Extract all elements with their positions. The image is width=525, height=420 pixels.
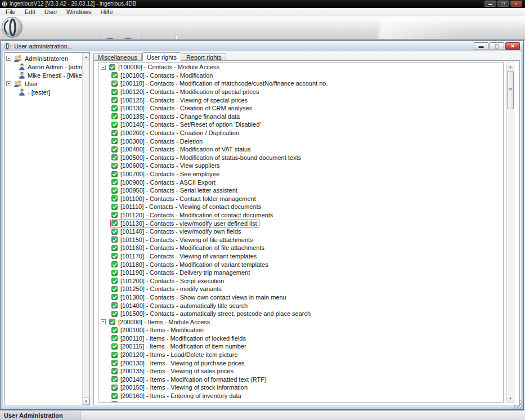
right-row[interactable]: [200120] - Items - Load/Delete item pict… [98,351,503,359]
checkbox-checked-icon[interactable] [111,294,118,300]
checkbox-checked-icon[interactable] [111,311,118,317]
menu-windows[interactable]: Windows [62,8,96,16]
checkbox-checked-icon[interactable] [109,64,115,70]
minimize-button[interactable]: ▬ [484,1,496,7]
checkbox-checked-icon[interactable] [111,343,118,350]
right-row[interactable]: [101170] - Contacts - Viewing of variant… [98,252,503,261]
right-row[interactable]: [200110] - Items - Modification of locke… [98,334,503,343]
tree-group-row[interactable]: Administratoren [5,54,82,62]
checkbox-checked-icon[interactable] [109,319,115,325]
right-row[interactable]: [101130] - Contacts - view/modify user d… [98,219,503,227]
checkbox-checked-icon[interactable] [111,81,118,87]
right-row[interactable]: [100300] - Contacts - Deletion [98,137,503,145]
tab-user-rights[interactable]: User rights [142,52,181,61]
scroll-up-icon[interactable]: ▲ [83,53,89,60]
right-row[interactable]: [100700] - Contacts - See employee [98,170,503,178]
right-row[interactable]: [100110] - Contacts - Modification of ma… [98,79,503,88]
right-row[interactable]: [101300] - Contacts - Show own contact v… [98,293,503,302]
right-row[interactable]: [101120] - Contacts - Modification of co… [98,211,503,220]
checkbox-checked-icon[interactable] [111,376,118,382]
checkbox-checked-icon[interactable] [111,278,118,284]
right-row[interactable]: [100130] - Contacts - Creation of CRM an… [98,104,503,113]
checkbox-checked-icon[interactable] [111,401,118,403]
dialog-maximize-button[interactable]: ▢ [490,42,504,50]
checkbox-checked-icon[interactable] [111,187,118,194]
dialog-titlebar[interactable]: User administration... ▬ ▢ ✕ [1,41,523,51]
right-row[interactable]: [200000] - Items - Module Access [98,318,503,326]
checkbox-checked-icon[interactable] [111,245,118,251]
right-row[interactable]: [101180] - Contacts - Modification of va… [98,260,503,269]
checkbox-checked-icon[interactable] [111,122,118,128]
checkbox-checked-icon[interactable] [111,335,118,341]
rights-scrollbar[interactable]: ▲ ▼ [506,62,514,403]
right-row[interactable]: [100400] - Contacts - Modification of VA… [98,145,503,154]
checkbox-checked-icon[interactable] [111,138,118,144]
right-row[interactable]: [101150] - Contacts - Viewing of file at… [98,235,503,244]
collapse-icon[interactable] [6,56,11,61]
right-row[interactable]: [100900] - Contacts - ASCII Export [98,178,503,186]
right-row[interactable]: [100140] - Contacts - Set/Reset of optio… [98,120,503,129]
right-row[interactable]: [101100] - Contacts - Contact folder man… [98,195,503,203]
right-row[interactable]: [100600] - Contacts - View suppliers [98,162,503,170]
dialog-minimize-button[interactable]: ▬ [474,42,488,50]
checkbox-checked-icon[interactable] [111,352,118,358]
checkbox-checked-icon[interactable] [111,229,118,235]
right-row[interactable]: [100100] - Contacts - Modification [98,72,503,80]
scroll-up-icon[interactable]: ▲ [507,63,514,70]
right-row[interactable]: [100125] - Contacts - Viewing of special… [98,96,503,104]
checkbox-checked-icon[interactable] [111,72,118,78]
dialog-close-button[interactable]: ✕ [505,42,520,50]
menu-file[interactable]: File [1,8,20,16]
right-row[interactable]: [101140] - Contacts - view/modify own fi… [98,227,503,236]
checkbox-checked-icon[interactable] [111,270,118,276]
checkbox-checked-icon[interactable] [111,220,118,226]
close-button[interactable]: ✕ [510,1,522,7]
app-logo-button[interactable] [1,16,23,38]
checkbox-checked-icon[interactable] [111,261,118,267]
checkbox-checked-icon[interactable] [111,385,118,391]
scrollbar-thumb[interactable] [507,71,514,109]
checkbox-checked-icon[interactable] [111,130,118,136]
checkbox-checked-icon[interactable] [111,286,118,292]
right-row[interactable]: [100500] - Contacts - Modification of st… [98,154,503,162]
right-row[interactable]: [101190] - Contacts - Delivery trip mana… [98,269,503,277]
collapse-icon[interactable] [6,81,11,86]
right-row[interactable]: [101200] - Contacts - Script execution [98,276,503,285]
checkbox-checked-icon[interactable] [111,195,118,202]
maximize-button[interactable]: ❐ [497,1,509,7]
tree-group-row[interactable]: User [5,79,82,88]
collapse-icon[interactable] [101,319,106,324]
checkbox-checked-icon[interactable] [111,302,118,309]
right-row[interactable]: [200160] - Items - Entering of inventory… [98,392,503,400]
tree-user-row[interactable]: Mike Ernesti - [Mike] [5,71,82,79]
scroll-down-icon[interactable]: ▼ [507,395,514,402]
tree-scrollbar[interactable]: ▲ ▼ [82,53,89,405]
right-row[interactable]: [200165] - Items - Create inventory refe… [98,400,503,403]
right-row[interactable]: [200115] - Items - Modification of item … [98,342,503,351]
menu-hilfe[interactable]: Hilfe [96,8,118,16]
right-row[interactable]: [101400] - Contacts - automatically titl… [98,301,503,310]
right-row[interactable]: [101250] - Contacts - modify variants [98,285,503,293]
checkbox-checked-icon[interactable] [111,236,118,243]
checkbox-checked-icon[interactable] [111,154,118,160]
scroll-down-icon[interactable]: ▼ [83,397,89,405]
menu-edit[interactable]: Edit [20,8,40,16]
right-row[interactable]: [200150] - Items - Viewing of stock info… [98,383,503,392]
checkbox-checked-icon[interactable] [111,113,118,119]
tree-user-row[interactable]: - [tester] [5,88,82,96]
checkbox-checked-icon[interactable] [111,327,118,333]
checkbox-checked-icon[interactable] [111,368,118,374]
right-row[interactable]: [101160] - Contacts - Modification of fi… [98,244,503,252]
checkbox-checked-icon[interactable] [111,163,118,169]
right-row[interactable]: [200135] - Items - Viewing of sales pric… [98,367,503,376]
right-row[interactable]: [100200] - Contacts - Creation / Duplica… [98,129,503,137]
checkbox-checked-icon[interactable] [111,171,118,177]
checkbox-checked-icon[interactable] [111,393,118,399]
checkbox-checked-icon[interactable] [111,89,118,95]
right-row[interactable]: [100135] - Contacts - Change financial d… [98,113,503,121]
right-row[interactable]: [101500] - Contacts - automatically stre… [98,310,503,318]
tree-user-row[interactable]: Aaron Admin - [admin] [5,62,82,71]
checkbox-checked-icon[interactable] [111,204,118,210]
right-row[interactable]: [100950] - Contacts - Serial letter assi… [98,186,503,195]
menu-user[interactable]: User [40,8,62,16]
